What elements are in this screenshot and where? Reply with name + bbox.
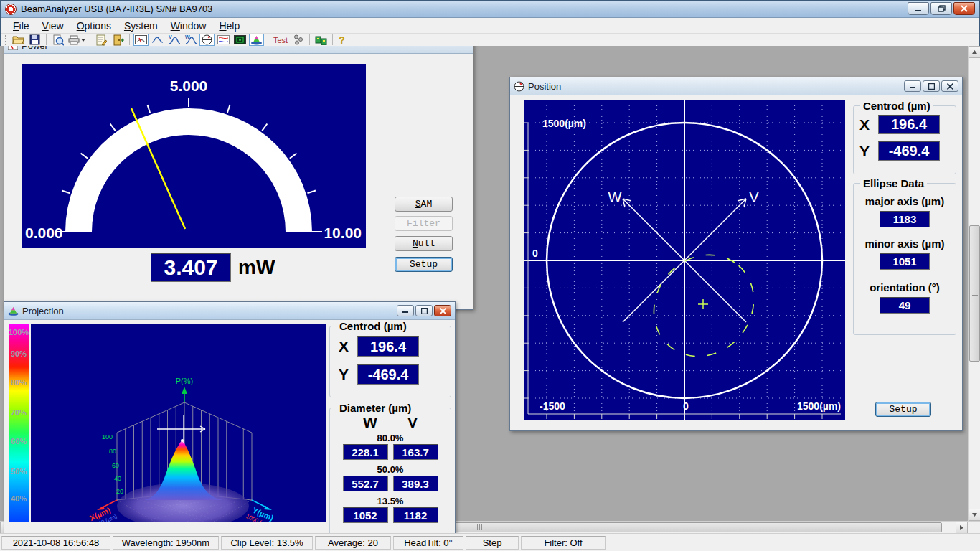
position-setup-button[interactable]: Setup bbox=[875, 402, 931, 417]
power-setup-button[interactable]: Setup bbox=[395, 257, 453, 272]
camera-view-button[interactable] bbox=[232, 34, 248, 46]
vertical-scroll-thumb[interactable] bbox=[969, 225, 980, 362]
svg-text:V: V bbox=[169, 34, 172, 39]
projection-window: Projection 100% 90% 80% 70% 60% 50% 40% bbox=[4, 301, 456, 533]
colorbar-label: 70% bbox=[9, 408, 29, 417]
major-axis-value: 1183 bbox=[880, 211, 930, 227]
colorbar-label: 100% bbox=[9, 328, 29, 336]
position-close-button[interactable] bbox=[941, 80, 958, 92]
test-button[interactable]: Test bbox=[271, 36, 290, 44]
toolbar: V W Test ? bbox=[1, 34, 979, 47]
position-centroid-title: Centrod (µm) bbox=[860, 100, 933, 112]
acquisition-button[interactable] bbox=[314, 34, 329, 46]
power-unit: mW bbox=[238, 256, 275, 279]
menu-window[interactable]: Window bbox=[164, 19, 213, 33]
power-gauge: 5.000 0.000 10.00 bbox=[22, 64, 366, 248]
diameter-v-13: 1182 bbox=[393, 507, 438, 523]
projection-window-titlebar[interactable]: Projection bbox=[4, 302, 455, 320]
projection-content: 100% 90% 80% 70% 60% 50% 40% bbox=[4, 320, 455, 533]
print-button[interactable] bbox=[67, 34, 86, 46]
null-button[interactable]: Null bbox=[395, 236, 453, 251]
projection-maximize-button[interactable] bbox=[415, 305, 433, 316]
scroll-right-button[interactable] bbox=[956, 522, 968, 533]
menu-view[interactable]: View bbox=[36, 19, 70, 33]
ellipse-data-title: Ellipse Data bbox=[860, 177, 927, 189]
x-label: X bbox=[859, 116, 878, 133]
minor-axis-value: 1051 bbox=[880, 253, 930, 270]
position-window: Position bbox=[509, 77, 963, 431]
major-axis-label: major axis (µm) bbox=[854, 195, 956, 207]
power-window-titlebar[interactable]: Power bbox=[4, 46, 473, 54]
charts-view-button[interactable] bbox=[216, 34, 231, 46]
print-preview-button[interactable] bbox=[50, 34, 65, 46]
orientation-label: orientation (°) bbox=[854, 281, 956, 293]
diameter-w-50: 552.7 bbox=[343, 476, 388, 491]
exit-button[interactable] bbox=[110, 34, 126, 46]
help-button[interactable]: ? bbox=[336, 34, 348, 46]
colorbar-label: 90% bbox=[9, 349, 29, 358]
sam-button[interactable]: SAM bbox=[395, 197, 453, 212]
menu-file[interactable]: File bbox=[6, 19, 36, 33]
properties-button[interactable] bbox=[94, 34, 109, 46]
vertical-scrollbar[interactable] bbox=[968, 46, 980, 521]
mdi-client-area: Power bbox=[0, 46, 980, 533]
position-maximize-button[interactable] bbox=[923, 80, 940, 92]
power-content: 5.000 0.000 10.00 3.407 mW SAM Filter Nu… bbox=[4, 54, 473, 309]
position-plot: W V 1500(µm) 0 -1500 0 1500(µm) bbox=[524, 100, 845, 420]
status-wavelength: Wavelength: 1950nm bbox=[113, 536, 219, 550]
position-view-button[interactable] bbox=[199, 34, 215, 46]
diameter-w-80: 228.1 bbox=[343, 444, 388, 460]
menu-system[interactable]: System bbox=[118, 19, 164, 33]
minor-axis-label: minor axis (µm) bbox=[854, 237, 956, 250]
projection-window-title: Projection bbox=[22, 306, 64, 316]
toolbar-grip[interactable] bbox=[4, 35, 8, 45]
app-titlebar[interactable]: BeamAnalyzer USB (BA7-IR3E) S/N# BA9703 bbox=[1, 1, 979, 18]
position-window-titlebar[interactable]: Position bbox=[510, 77, 962, 95]
status-average: Average: 20 bbox=[315, 536, 391, 550]
save-button[interactable] bbox=[27, 34, 42, 46]
status-bar: 2021-10-08 16:56:48 Wavelength: 1950nm C… bbox=[0, 533, 980, 551]
menu-bar: File View Options System Window Help bbox=[1, 18, 979, 34]
toolbar-separator bbox=[268, 34, 268, 45]
toolbar-separator bbox=[46, 34, 47, 45]
y-label: Y bbox=[859, 143, 878, 160]
z-tick: 100 bbox=[102, 433, 113, 441]
projection-centroid-y: -469.4 bbox=[357, 364, 419, 385]
open-button[interactable] bbox=[11, 34, 26, 46]
power-window: Power bbox=[4, 46, 473, 310]
diameter-col-w: W bbox=[363, 414, 377, 431]
toolbar-separator bbox=[129, 34, 130, 45]
menu-options[interactable]: Options bbox=[70, 19, 118, 33]
close-button[interactable] bbox=[953, 2, 975, 15]
projection-diameter-title: Diameter (µm) bbox=[336, 402, 414, 414]
restore-button[interactable] bbox=[930, 2, 952, 15]
position-window-icon bbox=[514, 81, 524, 92]
filter-button[interactable]: Filter bbox=[395, 216, 453, 231]
projection-close-button[interactable] bbox=[434, 305, 451, 316]
status-filter: Filter: Off bbox=[521, 536, 606, 550]
v-profile-view-button[interactable]: V bbox=[166, 34, 182, 46]
align-button[interactable] bbox=[291, 34, 306, 46]
scroll-up-button[interactable] bbox=[969, 46, 980, 58]
position-centroid-x: 196.4 bbox=[878, 115, 940, 134]
status-clip-level: Clip Level: 13.5% bbox=[221, 536, 313, 550]
minimize-button[interactable] bbox=[908, 2, 929, 15]
projection-3d-view-button[interactable] bbox=[249, 34, 264, 46]
power-meter-view-button[interactable] bbox=[133, 34, 149, 46]
projection-minimize-button[interactable] bbox=[397, 305, 414, 316]
menu-help[interactable]: Help bbox=[212, 19, 246, 33]
position-centroid-y: -469.4 bbox=[878, 141, 940, 161]
plot-bottom-right-label: 1500(µm) bbox=[797, 400, 841, 412]
diameter-col-v: V bbox=[407, 414, 418, 431]
position-minimize-button[interactable] bbox=[904, 80, 921, 92]
diameter-v-80: 163.7 bbox=[393, 444, 438, 460]
projection-colorbar: 100% 90% 80% 70% 60% 50% 40% bbox=[9, 324, 29, 522]
orientation-value: 49 bbox=[880, 297, 930, 314]
profile-view-button[interactable] bbox=[150, 34, 165, 46]
z-tick: 60 bbox=[112, 462, 119, 469]
power-window-icon bbox=[8, 46, 18, 50]
scroll-down-button[interactable] bbox=[969, 509, 980, 521]
plot-top-label: 1500(µm) bbox=[542, 118, 586, 129]
w-profile-view-button[interactable]: W bbox=[183, 34, 198, 46]
peak-marker-crosshair bbox=[157, 415, 205, 443]
